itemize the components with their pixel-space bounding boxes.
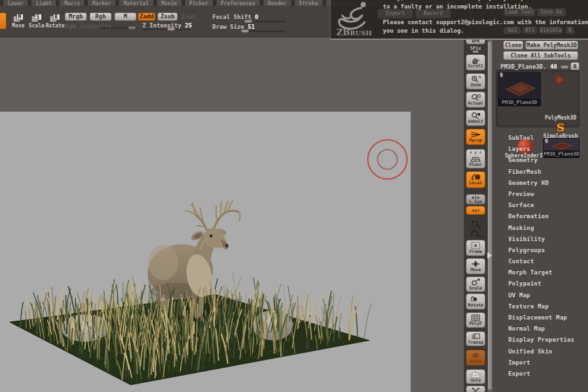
move-tool-label: Move — [12, 23, 24, 29]
svg-text:ZBRUSH: ZBRUSH — [336, 27, 372, 37]
xyz-button[interactable]: xyz — [466, 206, 485, 215]
subpalette-item[interactable]: Displacement Map — [493, 312, 588, 323]
tray-scrollbar[interactable] — [487, 41, 493, 391]
active-tool-thumbnail[interactable]: 9 PM3D_Plane3D — [498, 72, 541, 106]
menu-item[interactable]: Material — [118, 0, 154, 6]
menu-item[interactable]: Light — [31, 0, 57, 6]
simplebrush-icon[interactable]: S — [555, 122, 566, 133]
dialog-line-2: to a faulty or an incomplete installatio… — [383, 3, 588, 11]
subpalette-item[interactable]: Display Properties — [493, 335, 588, 346]
subpalette-item[interactable]: Masking — [493, 223, 588, 234]
subpalette-item[interactable]: Morph Target — [493, 267, 588, 278]
zadd-button[interactable]: Zadd — [138, 12, 155, 21]
plane3d-preview — [498, 73, 541, 100]
focal-shift-slider[interactable] — [248, 21, 286, 22]
menu-item[interactable]: Stroke — [294, 0, 323, 6]
focal-shift-value: 0 — [255, 14, 258, 20]
active-tool-value: 48 — [550, 63, 557, 70]
subpalette-item[interactable]: Polypaint — [493, 278, 588, 289]
actual-button[interactable]: Actual — [466, 91, 485, 108]
local-button[interactable]: Local — [466, 171, 485, 188]
subpalette-item[interactable]: Geometry HD — [493, 178, 588, 189]
lsym-button[interactable]: L.Sym — [466, 194, 485, 204]
active-tool-text: PM3D_Plane3D. — [500, 63, 546, 70]
subpalette-item[interactable]: Contact — [493, 256, 588, 267]
move-gizmo-button[interactable]: Move — [466, 258, 485, 274]
menu-item[interactable]: Picker — [184, 0, 214, 6]
subpalette-item[interactable]: Import — [493, 357, 588, 368]
zbrush-window: { "menu_bar": { "items": ["Layer","Light… — [0, 0, 588, 392]
floor-button[interactable]: x y z Floor — [466, 149, 485, 169]
clone-all-subtools-button[interactable]: Clone All SubTools — [503, 51, 578, 60]
draw-button-partial[interactable] — [0, 12, 7, 29]
polymesh3d-star-icon[interactable] — [552, 73, 566, 87]
menu-item[interactable]: Preferences — [216, 0, 261, 6]
scale-gizmo-button[interactable]: Scale — [466, 276, 485, 292]
m-button[interactable]: M — [114, 12, 137, 21]
zsub-button[interactable]: Zsub — [157, 12, 178, 21]
scroll-button[interactable]: Scroll — [466, 54, 485, 71]
zcut-button: Zcut — [182, 14, 196, 20]
draw-size-value: 51 — [248, 24, 255, 30]
menu-item[interactable]: Macro — [59, 0, 85, 6]
tool-palette: Clone Make PolyMesh3D Clone All SubTools… — [493, 37, 588, 392]
scale-tool-label: Scale — [29, 23, 44, 29]
menu-item[interactable]: Movie — [156, 0, 182, 6]
z-intensity-slider[interactable] — [142, 29, 189, 30]
thumbnail-caption: PM3D_Plane3D — [498, 99, 540, 106]
rgb-button[interactable]: Rgb — [90, 12, 112, 21]
scale-tool[interactable]: S Scale — [28, 14, 45, 29]
zoom-button[interactable]: Zoom — [466, 73, 485, 90]
subpalette-item[interactable]: Visibility — [493, 234, 588, 245]
menu-item[interactable]: Layer — [3, 0, 29, 6]
make-polymesh3d-button[interactable]: Make PolyMesh3D — [525, 41, 578, 50]
solo-button[interactable]: Solo — [466, 369, 485, 384]
subpalette-item[interactable]: UV Map — [493, 290, 588, 301]
tool-subpalettes: SubToolLayersGeometryFiberMeshGeometry H… — [493, 133, 588, 380]
rgb-intensity-slider-nub[interactable] — [128, 26, 136, 29]
document-canvas[interactable] — [0, 112, 411, 392]
expand-button-partial[interactable] — [466, 385, 485, 392]
polyframe-button[interactable]: PolyF — [466, 312, 485, 328]
zbrush-logo: ZBRUSH — [335, 0, 382, 38]
draw-size-slider-nub[interactable] — [241, 29, 249, 33]
subpalette-item[interactable]: FiberMesh — [493, 167, 588, 178]
subpalette-item[interactable]: Normal Map — [493, 323, 588, 335]
subpalette-item[interactable]: Layers — [493, 144, 588, 155]
subpalette-item[interactable]: Preview — [493, 189, 588, 200]
thumbnail-badge: 9 — [545, 139, 548, 144]
frame-button[interactable]: Frame — [466, 240, 485, 256]
draw-size-slider[interactable] — [248, 31, 286, 32]
tool-slider-nub[interactable] — [561, 65, 568, 69]
move-tool[interactable]: M Move — [10, 14, 27, 29]
subpalette-item[interactable]: Export — [493, 368, 588, 380]
spix-slider-nub[interactable] — [472, 50, 479, 53]
persp-button[interactable]: Persp — [466, 129, 485, 145]
scale-tool-icon: S — [31, 14, 42, 23]
subpalette-item[interactable]: SubTool — [493, 133, 588, 144]
subpalette-item[interactable]: Geometry — [493, 155, 588, 166]
tool-thumbnails: 9 PM3D_Plane3D PolyMesh3D S SimpleBrush … — [496, 70, 580, 127]
tray-collapse-arrow[interactable] — [487, 252, 492, 259]
mrgb-button[interactable]: Mrgb — [65, 12, 87, 21]
subpalette-item[interactable]: Texture Map — [493, 301, 588, 312]
draw-size-text: Draw Size — [212, 24, 244, 30]
subpalette-item[interactable]: Deformation — [493, 211, 588, 222]
focal-shift-slider-nub[interactable] — [244, 20, 252, 23]
z-intensity-value: 25 — [185, 22, 192, 29]
z-intensity-slider-nub[interactable] — [167, 27, 175, 31]
menu-item[interactable]: Render — [263, 0, 292, 6]
ghost-button[interactable]: Ghost — [466, 350, 485, 366]
rotate-tool-label: Rotate — [46, 23, 65, 29]
aahalf-button[interactable]: AAHalf — [466, 110, 485, 126]
transp-button[interactable]: Transp — [466, 331, 485, 346]
rotate-gizmo-button[interactable]: Rotate — [466, 293, 485, 310]
subpalette-item[interactable]: Polygroups — [493, 245, 588, 256]
svg-text:z: z — [478, 234, 481, 238]
dialog-line-4: you see in this dialog. — [383, 27, 588, 35]
clone-button[interactable]: Clone — [503, 41, 523, 50]
menu-item[interactable]: Marker — [87, 0, 116, 6]
subpalette-item[interactable]: Unified Skin — [493, 346, 588, 357]
subpalette-item[interactable]: Surface — [493, 200, 588, 211]
rotate-tool[interactable]: R Rotate — [46, 14, 64, 29]
